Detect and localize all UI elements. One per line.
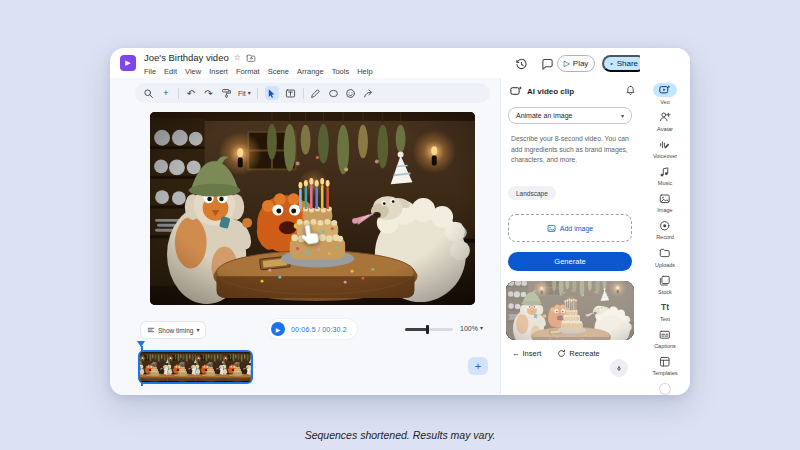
menu-item-scene[interactable]: Scene bbox=[268, 67, 289, 76]
people-icon bbox=[610, 59, 614, 69]
zoom-tool-icon[interactable] bbox=[143, 88, 154, 99]
rail-item-captions[interactable]: Captions bbox=[640, 328, 690, 355]
play-outline-icon: ▷ bbox=[564, 59, 570, 68]
rail-item-record[interactable]: Record bbox=[640, 219, 690, 246]
generated-preview[interactable] bbox=[506, 281, 634, 340]
rail-item-label: Templates bbox=[652, 370, 677, 376]
select-tool-icon[interactable] bbox=[265, 86, 279, 100]
video-canvas[interactable] bbox=[150, 112, 475, 305]
rail-item-avatar[interactable]: Avatar bbox=[640, 110, 690, 137]
chevron-down-icon: ▾ bbox=[480, 325, 483, 331]
arrow-tool-icon[interactable] bbox=[363, 88, 374, 99]
sticker-tool-icon[interactable] bbox=[345, 88, 356, 99]
version-history-icon[interactable] bbox=[515, 58, 528, 71]
captions-icon bbox=[653, 328, 677, 342]
rail-item-label: Veo bbox=[660, 99, 669, 105]
insert-button[interactable]: ← Insert bbox=[512, 349, 541, 358]
recreate-button[interactable]: Recreate bbox=[557, 349, 599, 358]
menu-item-file[interactable]: File bbox=[144, 67, 156, 76]
generate-button[interactable]: Generate bbox=[508, 252, 632, 271]
more-tools-icon[interactable] bbox=[659, 383, 671, 395]
toolbar-divider bbox=[178, 88, 179, 99]
vids-app-logo-icon[interactable]: ▶ bbox=[120, 55, 136, 71]
rail-item-image[interactable]: Image bbox=[640, 192, 690, 219]
menu-item-format[interactable]: Format bbox=[236, 67, 260, 76]
timeline-zoom-slider[interactable] bbox=[405, 328, 453, 331]
show-timing-dropdown[interactable]: Show timing ▾ bbox=[140, 321, 206, 339]
rail-item-label: Music bbox=[658, 180, 672, 186]
redo-icon[interactable]: ↷ bbox=[203, 88, 214, 99]
app-window: ▶ Joe's Birthday video ☆ FileEditViewIns… bbox=[110, 48, 690, 395]
rail-item-voiceover[interactable]: Voiceover bbox=[640, 137, 690, 164]
add-scene-button[interactable]: + bbox=[468, 357, 488, 375]
image-add-icon bbox=[547, 224, 556, 233]
shape-tool-icon[interactable] bbox=[328, 88, 339, 99]
rail-item-label: Image bbox=[657, 207, 672, 213]
undo-icon[interactable]: ↶ bbox=[186, 88, 197, 99]
clip-frame bbox=[168, 352, 196, 382]
timeline-clip[interactable] bbox=[138, 350, 253, 384]
rail-item-music[interactable]: Music bbox=[640, 165, 690, 192]
page: { "header": { "doc_title": "Joe's Birthd… bbox=[0, 0, 800, 450]
rail-item-label: Stock bbox=[658, 289, 672, 295]
zoom-in-icon[interactable]: + bbox=[161, 88, 172, 99]
rail-item-label: Captions bbox=[654, 343, 676, 349]
rail-item-label: Record bbox=[656, 234, 674, 240]
clip-frame bbox=[223, 352, 251, 382]
panel-title: AI video clip bbox=[527, 87, 574, 96]
pen-tool-icon[interactable] bbox=[310, 88, 321, 99]
paint-format-icon[interactable] bbox=[221, 88, 232, 99]
star-icon[interactable]: ☆ bbox=[234, 54, 241, 62]
slider-handle[interactable] bbox=[426, 325, 429, 334]
add-image-button[interactable]: Add image bbox=[508, 214, 632, 242]
rail-item-veo[interactable]: Veo bbox=[640, 83, 690, 110]
disclaimer-caption: Sequences shortened. Results may vary. bbox=[0, 429, 800, 441]
notification-bell-icon[interactable] bbox=[625, 85, 636, 96]
fit-zoom-select[interactable]: Fit▾ bbox=[238, 90, 251, 97]
play-button[interactable]: ▷ Play bbox=[557, 55, 595, 72]
record-icon bbox=[653, 219, 677, 233]
timing-list-icon bbox=[147, 326, 155, 334]
clip-frame bbox=[196, 352, 224, 382]
recreate-refresh-icon bbox=[557, 349, 566, 358]
toolbar-divider bbox=[257, 88, 258, 99]
templates-icon bbox=[653, 355, 677, 369]
menu-item-view[interactable]: View bbox=[185, 67, 201, 76]
toolbar-divider bbox=[303, 88, 304, 99]
menu-item-help[interactable]: Help bbox=[357, 67, 372, 76]
panel-divider bbox=[500, 78, 501, 395]
prompt-placeholder-text[interactable]: Describe your 8-second video. You can ad… bbox=[511, 134, 629, 166]
mode-dropdown[interactable]: Animate an image ▾ bbox=[508, 107, 632, 124]
rail-item-templates[interactable]: Templates bbox=[640, 355, 690, 382]
menu-item-arrange[interactable]: Arrange bbox=[297, 67, 324, 76]
menu-item-tools[interactable]: Tools bbox=[332, 67, 350, 76]
text-icon: Tt bbox=[653, 301, 677, 315]
avatar-icon bbox=[653, 110, 677, 124]
rail-item-uploads[interactable]: Uploads bbox=[640, 246, 690, 273]
playback-control: ▶ 00:06.5 / 00:30.2 bbox=[268, 319, 357, 339]
zoom-level-select[interactable]: 100% ▾ bbox=[460, 325, 483, 332]
slider-fill bbox=[405, 328, 427, 331]
menu-item-edit[interactable]: Edit bbox=[164, 67, 177, 76]
rail-item-text[interactable]: TtText bbox=[640, 301, 690, 328]
timeline-play-button[interactable]: ▶ bbox=[271, 322, 285, 336]
aspect-ratio-chip[interactable]: Landscape bbox=[508, 186, 556, 200]
stock-icon bbox=[653, 273, 677, 287]
veo-icon bbox=[653, 83, 677, 97]
chevron-down-icon: ▾ bbox=[248, 90, 251, 96]
timecode: 00:06.5 / 00:30.2 bbox=[291, 326, 347, 333]
move-folder-icon[interactable] bbox=[246, 53, 256, 63]
rail-item-stock[interactable]: Stock bbox=[640, 273, 690, 300]
menu-item-insert[interactable]: Insert bbox=[209, 67, 228, 76]
voice-prompt-button[interactable] bbox=[610, 359, 628, 377]
rail-item-label: Text bbox=[660, 316, 670, 322]
image-icon bbox=[653, 192, 677, 206]
menu-bar: FileEditViewInsertFormatSceneArrangeTool… bbox=[144, 67, 373, 76]
comment-icon[interactable] bbox=[541, 58, 554, 71]
chevron-down-icon: ▾ bbox=[196, 327, 199, 333]
voiceover-icon bbox=[653, 137, 677, 151]
music-icon bbox=[653, 165, 677, 179]
ai-clip-icon bbox=[510, 85, 522, 97]
document-title[interactable]: Joe's Birthday video bbox=[144, 52, 229, 63]
text-box-tool-icon[interactable] bbox=[285, 88, 296, 99]
